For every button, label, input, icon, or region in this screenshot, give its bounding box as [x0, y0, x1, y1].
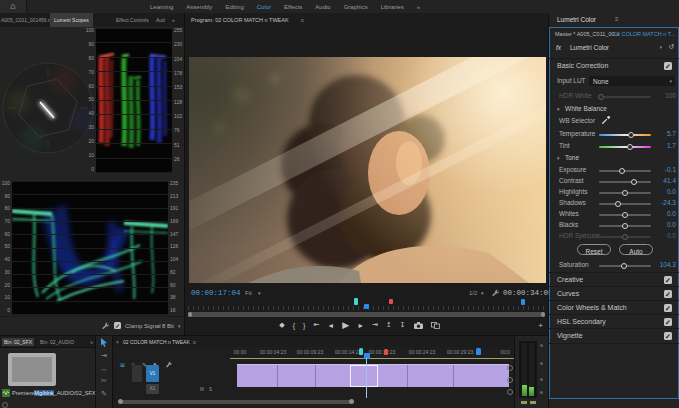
tab-program-monitor[interactable]: Program: 02 COLOR MATCH n TWEAK [191, 17, 289, 23]
section-basic-correction[interactable]: Basic Correction ✓ [549, 58, 679, 73]
timeline-scrollbar[interactable] [121, 400, 351, 404]
sequence-marker-blue[interactable] [476, 348, 481, 355]
blacks-value[interactable]: 0.0 [646, 221, 676, 228]
bit-depth-dropdown[interactable]: 8 Bit [162, 323, 174, 329]
tab-sequence[interactable]: 02 COLOR MATCH n TWEAK [123, 339, 190, 345]
tone-header-row[interactable]: ▾ Tone [549, 153, 679, 164]
step-forward-button[interactable]: ► [357, 322, 364, 329]
track-lock-toggle[interactable] [132, 365, 142, 382]
tab-bin-audio[interactable]: Bin: 02_AUDIO [40, 339, 74, 345]
lumetri-panel-menu-icon[interactable]: ≡ [615, 16, 619, 22]
sequence-marker-cyan[interactable] [359, 348, 363, 355]
timeline-settings-icon[interactable]: ⊞ [120, 361, 125, 368]
timeline-wrench-icon[interactable] [165, 361, 172, 368]
mark-in-button[interactable]: { [293, 322, 295, 329]
whites-value[interactable]: 0.0 [646, 210, 676, 217]
fx-chevron-icon[interactable]: ▾ [659, 44, 662, 50]
highlights-value[interactable]: 0.0 [646, 188, 676, 195]
scrollbar-right-handle[interactable] [541, 312, 545, 317]
basic-correction-checkbox[interactable]: ✓ [664, 62, 672, 70]
tab-overflow-icon[interactable]: » [172, 17, 175, 23]
video-frame[interactable] [189, 57, 546, 283]
workspace-tab-assembly[interactable]: Assembly [186, 4, 212, 10]
highlights-slider[interactable] [599, 192, 651, 194]
track-mute-button[interactable]: M [200, 387, 204, 392]
tab-bin-sfx[interactable]: Bin: 02_SFX [2, 338, 34, 346]
home-icon[interactable]: ⌂ [0, 0, 27, 13]
track-option-dot[interactable] [507, 365, 513, 371]
step-back-button[interactable]: ◄ [327, 322, 334, 329]
mini-marker-red[interactable] [389, 299, 393, 304]
curves-checkbox[interactable]: ✓ [664, 290, 672, 298]
scrollbar-left-handle[interactable] [188, 312, 192, 317]
saturation-slider[interactable] [599, 265, 651, 267]
workspace-tab-audio[interactable]: Audio [315, 4, 330, 10]
play-button[interactable]: ▶ [342, 320, 349, 330]
comparison-view-icon[interactable] [431, 322, 440, 329]
section-color-wheels[interactable]: Color Wheels & Match ✓ [549, 300, 679, 315]
workspace-overflow-icon[interactable]: » [417, 4, 420, 10]
workspace-tab-libraries[interactable]: Libraries [381, 4, 404, 10]
tint-value[interactable]: 1.7 [646, 142, 676, 149]
mini-marker-cyan[interactable] [354, 298, 358, 305]
wb-eyedropper-icon[interactable] [601, 116, 610, 125]
track-option-dot[interactable] [507, 389, 513, 395]
track-select-tool-icon[interactable]: ⇥ [101, 352, 107, 360]
contrast-value[interactable]: 41.4 [646, 177, 676, 184]
tab-effect-controls[interactable]: Effect Controls [116, 17, 149, 23]
track-v1-source-button[interactable]: V1 [146, 365, 159, 382]
creative-checkbox[interactable]: ✓ [664, 276, 672, 284]
mini-playhead[interactable] [364, 304, 369, 309]
vignette-checkbox[interactable]: ✓ [664, 332, 672, 340]
track-option-dot[interactable] [507, 377, 513, 383]
selected-clip[interactable] [350, 365, 378, 387]
color-wheels-checkbox[interactable]: ✓ [664, 304, 672, 312]
scopes-settings-wrench-icon[interactable] [101, 322, 109, 330]
lift-button[interactable]: ↥ [386, 321, 392, 329]
add-marker-button[interactable]: ◆ [279, 321, 284, 329]
mark-out-button[interactable]: } [303, 322, 305, 329]
section-curves[interactable]: Curves ✓ [549, 286, 679, 301]
program-panel-menu-icon[interactable]: ≡ [301, 17, 304, 23]
master-clip-label[interactable]: Master * A005_C011_00... [555, 31, 619, 37]
program-current-timecode[interactable]: 00:00:17:04 [191, 289, 241, 297]
zoom-level-dropdown[interactable]: Fit [245, 290, 252, 296]
button-editor-plus[interactable]: + [538, 321, 543, 330]
exposure-slider[interactable] [599, 170, 651, 172]
ripple-edit-tool-icon[interactable]: ↔ [101, 365, 108, 372]
fx-effect-name[interactable]: Lumetri Color [570, 44, 609, 51]
pen-tool-icon[interactable]: ✎ [101, 390, 107, 398]
blacks-slider[interactable] [599, 225, 651, 227]
monitor-settings-wrench-icon[interactable] [491, 289, 499, 297]
workspace-tab-color[interactable]: Color [257, 4, 271, 10]
selection-tool-icon[interactable] [100, 338, 108, 347]
timeline-tab-close-icon[interactable]: × [116, 339, 119, 345]
track-solo-button[interactable]: S [209, 387, 212, 392]
timeline-zoom-handle-right[interactable] [349, 399, 354, 404]
bin-item-label[interactable]: PremiereMg/blnk_AUDIO/02_SFX [12, 390, 95, 396]
track-a1-source-button[interactable]: A1 [146, 384, 159, 394]
tab-lumetri-scopes[interactable]: Lumetri Scopes [50, 13, 93, 28]
timeline-zoom-handle-left[interactable] [118, 399, 123, 404]
mini-marker-blue[interactable] [521, 299, 525, 305]
tab-audio-truncated[interactable]: Aud [156, 17, 165, 23]
workspace-tab-learning[interactable]: Learning [150, 4, 173, 10]
white-balance-disclosure-icon[interactable]: ▾ [557, 106, 560, 112]
go-to-out-button[interactable]: ⇥ [372, 321, 378, 329]
contrast-slider[interactable] [599, 181, 651, 183]
section-creative[interactable]: Creative ✓ [549, 272, 679, 287]
export-frame-camera-icon[interactable] [414, 322, 423, 329]
tab-lumetri-color[interactable]: Lumetri Color [557, 16, 596, 23]
timeline-menu-icon[interactable]: ≡ [193, 339, 196, 345]
timeline-playhead-head[interactable] [364, 353, 370, 359]
saturation-value[interactable]: 104.3 [646, 261, 676, 268]
go-to-in-button[interactable]: ⇤ [313, 321, 319, 329]
workspace-tab-editing[interactable]: Editing [225, 4, 243, 10]
razor-tool-icon[interactable]: ✂ [101, 377, 107, 385]
hsl-secondary-checkbox[interactable]: ✓ [664, 318, 672, 326]
tone-disclosure-icon[interactable]: ▾ [557, 155, 560, 161]
shadows-value[interactable]: -24.3 [646, 199, 676, 206]
sequence-clip-label[interactable]: 02 COLOR MATCH n T... [614, 31, 675, 37]
playback-resolution-dropdown[interactable]: 1/2 [469, 290, 477, 296]
whites-slider[interactable] [599, 214, 651, 216]
